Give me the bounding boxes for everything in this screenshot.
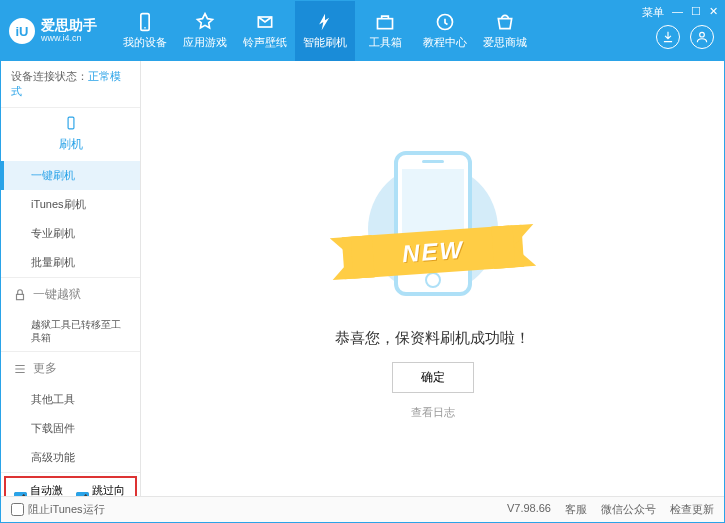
app-header: iU 爱思助手 www.i4.cn 我的设备 应用游戏 铃声壁纸 智能刷机 工具…: [1, 1, 724, 61]
lock-icon: [13, 288, 27, 302]
nav-apps[interactable]: 应用游戏: [175, 1, 235, 61]
nav-toolbox[interactable]: 工具箱: [355, 1, 415, 61]
connection-status: 设备连接状态：正常模式: [1, 61, 140, 108]
app-url: www.i4.cn: [41, 34, 97, 44]
minimize-icon[interactable]: —: [672, 5, 683, 20]
nav-tutorial[interactable]: 教程中心: [415, 1, 475, 61]
section-flash-header[interactable]: 刷机: [1, 108, 140, 161]
service-link[interactable]: 客服: [565, 502, 587, 517]
app-name: 爱思助手: [41, 18, 97, 33]
window-controls: 菜单 — ☐ ✕: [642, 5, 718, 20]
svg-rect-3: [378, 19, 393, 29]
svg-rect-6: [68, 117, 74, 129]
options-checkrow: 自动激活 跳过向导: [4, 476, 137, 498]
maximize-icon[interactable]: ☐: [691, 5, 701, 20]
svg-rect-7: [17, 294, 24, 299]
confirm-button[interactable]: 确定: [392, 362, 474, 393]
success-message: 恭喜您，保资料刷机成功啦！: [335, 329, 530, 348]
sidebar-item-batch[interactable]: 批量刷机: [1, 248, 140, 277]
block-itunes-check[interactable]: 阻止iTunes运行: [11, 502, 105, 517]
nav-ringtone[interactable]: 铃声壁纸: [235, 1, 295, 61]
logo: iU 爱思助手 www.i4.cn: [9, 18, 97, 44]
success-illustration: NEW: [363, 139, 503, 309]
logo-icon: iU: [9, 18, 35, 44]
nav-store[interactable]: 爱思商城: [475, 1, 535, 61]
user-button[interactable]: [690, 25, 714, 49]
menu-icon: [13, 362, 27, 376]
ribbon-text: NEW: [401, 236, 465, 268]
svg-point-1: [144, 27, 146, 29]
section-more-header[interactable]: 更多: [1, 352, 140, 385]
nav-device[interactable]: 我的设备: [115, 1, 175, 61]
window-menu[interactable]: 菜单: [642, 5, 664, 20]
sidebar: 设备连接状态：正常模式 刷机 一键刷机 iTunes刷机 专业刷机 批量刷机 一…: [1, 61, 141, 498]
view-log-link[interactable]: 查看日志: [411, 405, 455, 420]
status-bar: 阻止iTunes运行 V7.98.66 客服 微信公众号 检查更新: [1, 496, 724, 522]
sidebar-item-itunes[interactable]: iTunes刷机: [1, 190, 140, 219]
main-content: NEW 恭喜您，保资料刷机成功啦！ 确定 查看日志: [141, 61, 724, 498]
sidebar-item-download[interactable]: 下载固件: [1, 414, 140, 443]
section-jailbreak-header[interactable]: 一键越狱: [1, 278, 140, 311]
wechat-link[interactable]: 微信公众号: [601, 502, 656, 517]
update-link[interactable]: 检查更新: [670, 502, 714, 517]
sidebar-item-pro[interactable]: 专业刷机: [1, 219, 140, 248]
sidebar-item-advanced[interactable]: 高级功能: [1, 443, 140, 472]
nav-flash[interactable]: 智能刷机: [295, 1, 355, 61]
account-buttons: [656, 25, 714, 49]
svg-point-5: [700, 32, 705, 37]
version-label: V7.98.66: [507, 502, 551, 517]
close-icon[interactable]: ✕: [709, 5, 718, 20]
download-button[interactable]: [656, 25, 680, 49]
sidebar-item-oneclick[interactable]: 一键刷机: [1, 161, 140, 190]
main-nav: 我的设备 应用游戏 铃声壁纸 智能刷机 工具箱 教程中心 爱思商城: [115, 1, 535, 61]
sidebar-item-other[interactable]: 其他工具: [1, 385, 140, 414]
jailbreak-moved-note[interactable]: 越狱工具已转移至工具箱: [1, 311, 140, 351]
